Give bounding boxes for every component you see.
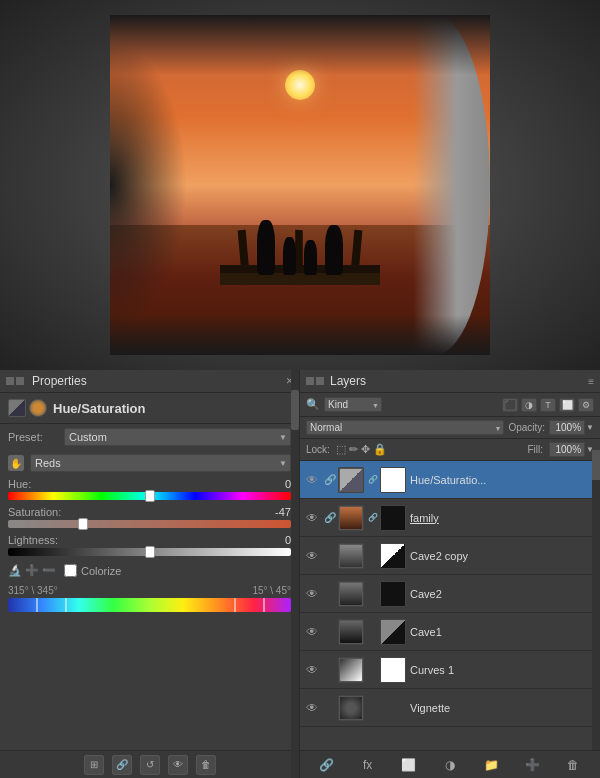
layers-collapse-icon-left[interactable] bbox=[306, 377, 314, 385]
layers-collapse-icons[interactable] bbox=[306, 377, 324, 385]
layer-mask-thumbnail bbox=[380, 657, 406, 683]
lock-image-icon[interactable]: ✏ bbox=[349, 443, 358, 456]
saturation-slider-thumb[interactable] bbox=[78, 518, 88, 530]
fx-button[interactable]: fx bbox=[359, 756, 377, 774]
eyedropper-sample-icon[interactable]: 🔬 bbox=[8, 564, 22, 577]
layer-chain-icon: 🔗 bbox=[324, 474, 334, 485]
layer-visibility-eye[interactable]: 👁 bbox=[306, 511, 320, 525]
layers-menu-icon[interactable]: ≡ bbox=[588, 376, 594, 387]
link-button[interactable]: 🔗 bbox=[112, 755, 132, 775]
figure-adult1 bbox=[257, 220, 275, 275]
layer-row[interactable]: 👁 🔗 🔗 Hue/Saturatio... bbox=[300, 461, 600, 499]
adjustment-button[interactable]: ◑ bbox=[441, 756, 459, 774]
hand-tool-icon[interactable]: ✋ bbox=[8, 455, 24, 471]
color-range-select-wrapper[interactable]: Reds bbox=[30, 454, 291, 472]
link-layers-button[interactable]: 🔗 bbox=[318, 756, 336, 774]
colorize-checkbox-label[interactable]: Colorize bbox=[64, 564, 121, 577]
blend-mode-select[interactable]: Normal bbox=[306, 420, 504, 435]
layers-scrollbar[interactable] bbox=[592, 450, 600, 750]
filter-icon-shape[interactable]: ⬜ bbox=[559, 398, 575, 412]
properties-scrollbar-thumb[interactable] bbox=[291, 390, 299, 430]
layer-thumb-inner bbox=[340, 469, 362, 491]
layer-row[interactable]: 👁 🔗 Cave1 bbox=[300, 613, 600, 651]
eyedropper-add-icon[interactable]: ➕ bbox=[25, 564, 39, 577]
figure-child1 bbox=[283, 237, 296, 275]
opacity-value[interactable] bbox=[549, 420, 585, 435]
lock-pixels-icon[interactable]: ⬚ bbox=[336, 443, 346, 456]
eye-button[interactable]: 👁 bbox=[168, 755, 188, 775]
layer-row[interactable]: 👁 🔗 🔗 family bbox=[300, 499, 600, 537]
hue-slider-thumb[interactable] bbox=[145, 490, 155, 502]
layer-row[interactable]: 👁 🔗 Cave2 copy bbox=[300, 537, 600, 575]
layer-row[interactable]: 👁 🔗 Curves 1 bbox=[300, 651, 600, 689]
layer-mask-thumbnail bbox=[380, 581, 406, 607]
lightness-slider-thumb[interactable] bbox=[145, 546, 155, 558]
eyedropper-subtract-icon[interactable]: ➖ bbox=[42, 564, 56, 577]
filter-icon-pixel[interactable]: ⬛ bbox=[502, 398, 518, 412]
colorize-checkbox[interactable] bbox=[64, 564, 77, 577]
layer-thumbnail bbox=[338, 581, 364, 607]
group-button[interactable]: 📁 bbox=[482, 756, 500, 774]
preset-select-wrapper[interactable]: Custom bbox=[64, 428, 291, 446]
saturation-slider-track[interactable] bbox=[8, 520, 291, 528]
color-range-labels: 315° \ 345° 15° \ 45° bbox=[8, 585, 291, 596]
reset-button[interactable]: ↺ bbox=[140, 755, 160, 775]
lock-all-icon[interactable]: 🔒 bbox=[373, 443, 387, 456]
filter-icon-smart[interactable]: ⚙ bbox=[578, 398, 594, 412]
figure-adult2 bbox=[325, 225, 343, 275]
saturation-label: Saturation: bbox=[8, 506, 61, 518]
new-layer-button[interactable]: ⊞ bbox=[84, 755, 104, 775]
layer-visibility-eye[interactable]: 👁 bbox=[306, 587, 320, 601]
layers-collapse-icon-right[interactable] bbox=[316, 377, 324, 385]
lock-position-icon[interactable]: ✥ bbox=[361, 443, 370, 456]
layer-row[interactable]: 👁 🔗 Vignette bbox=[300, 689, 600, 727]
layer-visibility-eye[interactable]: 👁 bbox=[306, 549, 320, 563]
color-range-section: 315° \ 345° 15° \ 45° bbox=[0, 581, 299, 616]
collapse-icon-right[interactable] bbox=[16, 377, 24, 385]
kind-select-wrapper[interactable]: Kind bbox=[324, 397, 382, 412]
hue-slider-track[interactable] bbox=[8, 492, 291, 500]
layers-toolbar: 🔗 fx ⬜ ◑ 📁 ➕ 🗑 bbox=[300, 750, 600, 778]
layer-visibility-eye[interactable]: 👁 bbox=[306, 701, 320, 715]
mask-button[interactable]: ⬜ bbox=[400, 756, 418, 774]
saturation-label-row: Saturation: -47 bbox=[8, 506, 291, 518]
layer-visibility-eye[interactable]: 👁 bbox=[306, 625, 320, 639]
layer-mask-thumbnail bbox=[380, 505, 406, 531]
properties-title: Properties bbox=[32, 374, 87, 388]
canvas-background bbox=[0, 0, 600, 370]
properties-toolbar: ⊞ 🔗 ↺ 👁 🗑 bbox=[0, 750, 299, 778]
fill-value[interactable] bbox=[549, 442, 585, 457]
opacity-label: Opacity: bbox=[508, 422, 545, 433]
collapse-icons[interactable] bbox=[6, 377, 24, 385]
layer-chain-icon: 🔗 bbox=[324, 512, 334, 523]
hue-value: 0 bbox=[261, 478, 291, 490]
properties-scrollbar[interactable] bbox=[291, 370, 299, 778]
color-range-select[interactable]: Reds bbox=[30, 454, 291, 472]
collapse-icon-left[interactable] bbox=[6, 377, 14, 385]
preset-label: Preset: bbox=[8, 431, 58, 443]
layer-row[interactable]: 👁 🔗 Cave2 bbox=[300, 575, 600, 613]
layer-visibility-eye[interactable]: 👁 bbox=[306, 473, 320, 487]
layer-row[interactable]: 👁 🔗 Face Shape bbox=[300, 727, 600, 729]
opacity-arrow[interactable]: ▼ bbox=[586, 423, 594, 432]
fill-control[interactable]: ▼ bbox=[549, 442, 594, 457]
trash-button[interactable]: 🗑 bbox=[196, 755, 216, 775]
layers-filter-row: 🔍 Kind ⬛ ◑ T ⬜ ⚙ bbox=[300, 393, 600, 417]
new-layer-button[interactable]: ➕ bbox=[523, 756, 541, 774]
filter-icon-adjustment[interactable]: ◑ bbox=[521, 398, 537, 412]
hue-section: Hue: 0 bbox=[0, 476, 299, 504]
layer-name: Cave2 bbox=[410, 588, 594, 600]
opacity-control[interactable]: ▼ bbox=[549, 420, 594, 435]
color-range-track[interactable] bbox=[8, 598, 291, 612]
blend-mode-select-wrapper[interactable]: Normal bbox=[306, 420, 504, 435]
properties-panel: Properties × Hue/Saturation Preset: Cust… bbox=[0, 370, 300, 778]
preset-select[interactable]: Custom bbox=[64, 428, 291, 446]
kind-select[interactable]: Kind bbox=[324, 397, 382, 412]
layers-scrollbar-thumb[interactable] bbox=[592, 450, 600, 480]
layers-header: Layers ≡ bbox=[300, 370, 600, 393]
saturation-value: -47 bbox=[261, 506, 291, 518]
layer-visibility-eye[interactable]: 👁 bbox=[306, 663, 320, 677]
lightness-slider-track[interactable] bbox=[8, 548, 291, 556]
filter-icon-type[interactable]: T bbox=[540, 398, 556, 412]
trash-button[interactable]: 🗑 bbox=[564, 756, 582, 774]
